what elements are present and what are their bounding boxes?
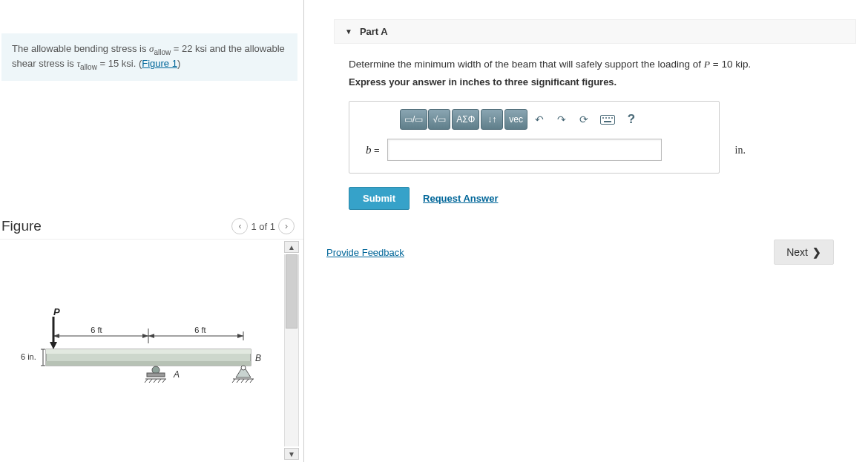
support-a-label: A [173,369,180,380]
chevron-right-icon: ❯ [812,246,821,258]
scroll-down-button[interactable]: ▼ [284,448,299,460]
part-a-title: Part A [360,26,388,37]
svg-line-31 [246,379,249,383]
svg-rect-18 [147,373,165,377]
tau-subscript: allow [80,63,97,71]
next-label: Next [786,246,808,258]
dim-right-label: 6 ft [194,326,206,334]
answer-unit: in. [735,145,746,156]
toolbar-redo-button[interactable]: ↷ [551,109,572,130]
svg-marker-8 [237,334,243,338]
scrollbar-track[interactable] [284,254,299,446]
svg-point-34 [602,117,604,119]
toolbar-vector-button[interactable]: vec [504,109,527,130]
toolbar-fraction-button[interactable]: ▭/▭ [400,109,427,130]
problem-statement: The allowable bending stress is σallow =… [1,33,297,81]
svg-line-30 [241,379,244,383]
scroll-up-button[interactable]: ▲ [284,241,299,253]
equation-toolbar: ▭/▭ √▭ ΑΣΦ ↓↑ vec ↶ ↷ ⟳ [400,109,710,130]
figure-pager: ‹ 1 of 1 › [231,218,295,234]
svg-line-29 [237,379,240,383]
sigma-subscript: allow [154,48,171,56]
svg-marker-6 [142,334,148,338]
part-a-header[interactable]: ▼ Part A [334,19,856,44]
beam-figure: 6 ft 6 ft P 6 in. [15,306,267,397]
toolbar-reset-button[interactable]: ⟳ [573,109,594,130]
toolbar-root-button[interactable]: √▭ [428,109,450,130]
toolbar-undo-button[interactable]: ↶ [529,109,550,130]
svg-line-28 [232,379,235,383]
dim-left-label: 6 ft [91,326,102,334]
toolbar-keyboard-button[interactable] [596,109,619,130]
figure-title: Figure [1,218,42,234]
svg-point-36 [608,117,610,119]
answer-instruction: Express your answer in inches to three s… [349,76,856,88]
answer-input[interactable] [387,139,662,161]
svg-line-20 [145,379,148,383]
figure-area: ▲ ▼ 6 ft 6 ft [0,239,303,461]
answer-box: ▭/▭ √▭ ΑΣΦ ↓↑ vec ↶ ↷ ⟳ [349,101,720,174]
intro-end: . ( [134,58,142,69]
request-answer-link[interactable]: Request Answer [423,193,498,204]
beam-height-label: 6 in. [21,352,36,361]
svg-point-35 [605,117,607,119]
intro-close: ) [177,58,180,69]
svg-rect-16 [46,361,251,366]
svg-rect-33 [601,115,615,124]
tau-value: = 15 ksi [97,58,134,69]
submit-button[interactable]: Submit [349,187,410,210]
svg-rect-38 [604,121,611,122]
figure-link[interactable]: Figure 1 [142,58,177,69]
variable-label: b = [366,144,380,156]
provide-feedback-link[interactable]: Provide Feedback [326,247,404,258]
toolbar-subscript-button[interactable]: ↓↑ [481,109,503,130]
figure-prev-button[interactable]: ‹ [231,218,248,234]
svg-point-37 [611,117,613,119]
svg-marker-10 [50,342,57,349]
svg-line-22 [154,379,157,383]
scrollbar-thumb[interactable] [286,254,297,329]
load-p-label: P [53,306,60,317]
figure-next-button[interactable]: › [278,218,295,234]
toolbar-help-button[interactable]: ? [621,109,642,130]
figure-pager-text: 1 of 1 [251,221,275,232]
svg-line-23 [158,379,161,383]
next-button[interactable]: Next ❯ [774,240,834,265]
support-b-label: B [255,353,261,363]
question-prompt: Determine the minimum width of the beam … [349,59,856,70]
svg-rect-15 [46,349,251,354]
svg-point-26 [241,366,246,370]
toolbar-greek-button[interactable]: ΑΣΦ [452,109,479,130]
svg-line-21 [149,379,152,383]
caret-down-icon: ▼ [345,27,352,36]
intro-text: The allowable bending stress is [12,43,149,54]
svg-line-24 [162,379,165,383]
svg-line-32 [250,379,253,383]
sigma-value: = 22 ksi [171,43,207,54]
svg-marker-7 [148,334,154,338]
